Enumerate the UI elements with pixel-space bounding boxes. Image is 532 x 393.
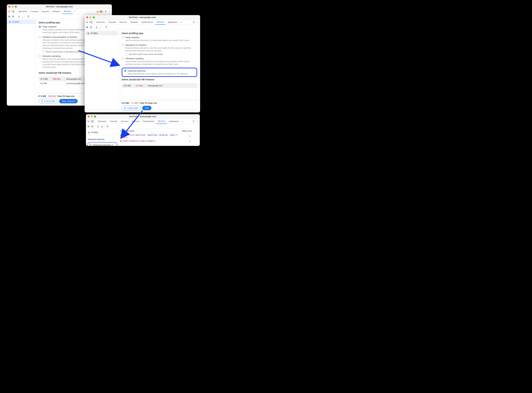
- vm-rate: ↓3.1 kB/s: [135, 84, 148, 87]
- tab-performance[interactable]: Performance: [141, 119, 156, 124]
- vm-instance-table: 13.0 MB ↓3.1 kB/s www.google.com: [122, 84, 197, 100]
- gear-icon[interactable]: [192, 120, 195, 123]
- trash-icon[interactable]: [105, 26, 107, 28]
- tab-sources[interactable]: Sources: [40, 9, 51, 14]
- radio-icon: [39, 25, 41, 28]
- tab-console[interactable]: Console: [108, 119, 119, 124]
- trash-icon[interactable]: [27, 15, 29, 18]
- window-title: DevTools - www.google.com/: [8, 5, 110, 8]
- close-icon[interactable]: [87, 116, 90, 118]
- device-icon[interactable]: [89, 20, 93, 24]
- profiling-type-heading: Select profiling type: [122, 32, 197, 34]
- tab-memory[interactable]: Memory: [156, 119, 167, 124]
- option-desc: Detached elements shows objects that are…: [128, 73, 195, 75]
- gear-icon[interactable]: [104, 10, 107, 13]
- tab-performance[interactable]: Performance: [140, 20, 155, 25]
- option-label: Allocation instrumentation on timeline: [42, 36, 77, 38]
- col-node-count: Node count: [182, 130, 198, 132]
- vm-size: 22.3 MB: [40, 78, 52, 80]
- option-detached-elements[interactable]: Detached elements Detached elements show…: [124, 70, 195, 75]
- sidebar-item-profiles[interactable]: Profiles: [7, 20, 35, 24]
- maximize-icon[interactable]: [93, 16, 95, 18]
- tab-network[interactable]: Network: [130, 119, 141, 124]
- download-icon[interactable]: [101, 125, 103, 128]
- tab-sources[interactable]: Sources: [119, 119, 130, 124]
- svg-point-20: [88, 33, 89, 34]
- tab-console[interactable]: Console: [29, 9, 40, 14]
- minimize-icon[interactable]: [91, 116, 93, 118]
- tab-elements[interactable]: Elements: [95, 20, 106, 25]
- clear-icon[interactable]: [12, 15, 14, 18]
- tab-console[interactable]: Console: [107, 20, 118, 25]
- tab-elements[interactable]: Elements: [17, 9, 29, 14]
- tab-application[interactable]: Application: [167, 119, 180, 124]
- devtools-window-3: DevTools - www.google.com/ Elements Cons…: [86, 114, 200, 146]
- vm-row[interactable]: 13.0 MB ↓3.1 kB/s www.google.com: [122, 84, 197, 88]
- profiles-sidebar: Profiles: [85, 30, 119, 113]
- upload-icon[interactable]: [18, 15, 20, 18]
- trash-icon[interactable]: [106, 125, 109, 128]
- svg-rect-13: [91, 22, 92, 23]
- sidebar-item-profiles[interactable]: Profiles: [85, 31, 118, 35]
- option-allocation-timeline[interactable]: Allocations on timeline Record memory al…: [122, 44, 197, 55]
- tab-memory[interactable]: Memory: [62, 9, 73, 14]
- more-tabs-icon[interactable]: »: [181, 120, 184, 123]
- inspect-icon[interactable]: [87, 120, 90, 123]
- option-desc: See the memory distribution of JavaScrip…: [125, 39, 197, 42]
- tab-network[interactable]: Network: [129, 20, 140, 25]
- minimize-icon[interactable]: [90, 16, 92, 18]
- close-icon[interactable]: [8, 6, 10, 8]
- upload-icon[interactable]: [97, 125, 99, 128]
- device-icon[interactable]: [91, 120, 94, 123]
- svg-point-5: [9, 16, 10, 17]
- kebab-icon[interactable]: ⋮: [196, 120, 199, 123]
- record-icon[interactable]: [8, 15, 10, 18]
- gear-icon[interactable]: [192, 20, 196, 24]
- close-icon[interactable]: [86, 16, 88, 18]
- tab-application[interactable]: Application: [166, 20, 179, 25]
- clear-icon[interactable]: [91, 125, 93, 128]
- sidebar-snapshot-item[interactable]: Detached elements 1: [87, 142, 117, 146]
- table-row[interactable]: ●<fake-element></fake-element> 1: [119, 139, 200, 143]
- inspect-icon[interactable]: [7, 10, 11, 13]
- maximize-icon[interactable]: [94, 116, 96, 118]
- svg-point-3: [105, 11, 106, 12]
- more-tabs-icon[interactable]: »: [73, 10, 77, 13]
- stack-trace-checkbox[interactable]: Allocation stack traces (more overhead): [125, 53, 197, 55]
- start-button[interactable]: Start: [142, 106, 151, 110]
- minimize-icon[interactable]: [12, 6, 14, 8]
- kebab-icon[interactable]: ⋮: [196, 20, 199, 24]
- node-html: ●<fake-element></fake-element>: [120, 140, 182, 142]
- device-icon[interactable]: [11, 10, 15, 13]
- svg-line-29: [92, 126, 93, 127]
- tab-memory[interactable]: Memory: [155, 20, 165, 25]
- tab-sources[interactable]: Sources: [118, 20, 129, 25]
- more-tabs-icon[interactable]: »: [179, 20, 183, 24]
- svg-point-10: [9, 22, 10, 23]
- kebab-icon[interactable]: ⋮: [108, 10, 111, 13]
- record-icon[interactable]: [86, 26, 88, 28]
- issues-warning-badge[interactable]: 1: [97, 10, 100, 13]
- load-profile-button[interactable]: Load profile: [39, 99, 58, 103]
- titlebar: DevTools - www.google.com/: [7, 4, 112, 9]
- maximize-icon[interactable]: [15, 6, 17, 8]
- memory-toolbar: [86, 124, 200, 129]
- sliders-icon: [9, 21, 11, 23]
- tab-elements[interactable]: Elements: [96, 119, 108, 124]
- record-icon[interactable]: [87, 125, 90, 128]
- upload-icon[interactable]: [96, 26, 98, 28]
- checkbox-icon: [125, 53, 127, 55]
- option-label: Heap snapshot: [125, 36, 140, 39]
- take-snapshot-button[interactable]: Take snapshot: [59, 99, 78, 103]
- tab-network[interactable]: Network: [51, 9, 62, 14]
- table-row[interactable]: ●<div style="position: absolute; display…: [119, 133, 200, 139]
- option-heap-snapshot[interactable]: Heap snapshot See the memory distributio…: [122, 36, 197, 42]
- load-profile-button[interactable]: Load profile: [122, 106, 140, 110]
- option-allocation-sampling[interactable]: Allocation sampling Approximate memory a…: [122, 57, 197, 66]
- inspect-icon[interactable]: [85, 20, 89, 24]
- download-icon[interactable]: [22, 15, 24, 18]
- download-icon[interactable]: [99, 26, 102, 28]
- clear-icon[interactable]: [90, 26, 92, 28]
- sidebar-item-profiles[interactable]: Profiles: [86, 129, 119, 135]
- issues-error-badge[interactable]: !1: [100, 10, 103, 13]
